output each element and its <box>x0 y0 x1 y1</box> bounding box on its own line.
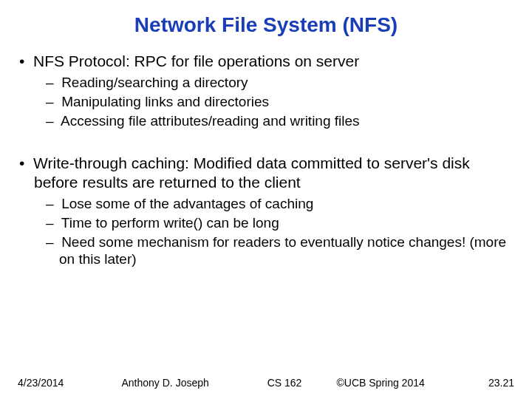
bullet-level2: Accessing file attributes/reading and wr… <box>46 112 517 130</box>
footer-author: Anthony D. Joseph <box>122 377 233 389</box>
bullet-level2: Manipulating links and directories <box>46 93 517 111</box>
footer-page: 23.21 <box>470 377 514 389</box>
slide-body: NFS Protocol: RPC for file operations on… <box>0 52 532 268</box>
slide-title: Network File System (NFS) <box>0 0 532 44</box>
footer-course: CS 162 <box>255 377 314 389</box>
bullet-level2: Time to perform write() can be long <box>46 214 517 232</box>
bullet-level2: Need some mechanism for readers to event… <box>46 233 517 269</box>
bullet-level2: Reading/searching a directory <box>46 74 517 92</box>
bullet-level2: Lose some of the advantages of caching <box>46 195 517 213</box>
bullet-level1: NFS Protocol: RPC for file operations on… <box>19 52 517 71</box>
bullet-level1: Write-through caching: Modified data com… <box>19 154 517 193</box>
footer-copyright: ©UCB Spring 2014 <box>337 377 448 389</box>
slide: Network File System (NFS) NFS Protocol: … <box>0 0 532 399</box>
footer-date: 4/23/2014 <box>18 377 99 389</box>
spacer <box>19 132 517 146</box>
slide-footer: 4/23/2014 Anthony D. Joseph CS 162 ©UCB … <box>18 377 514 389</box>
